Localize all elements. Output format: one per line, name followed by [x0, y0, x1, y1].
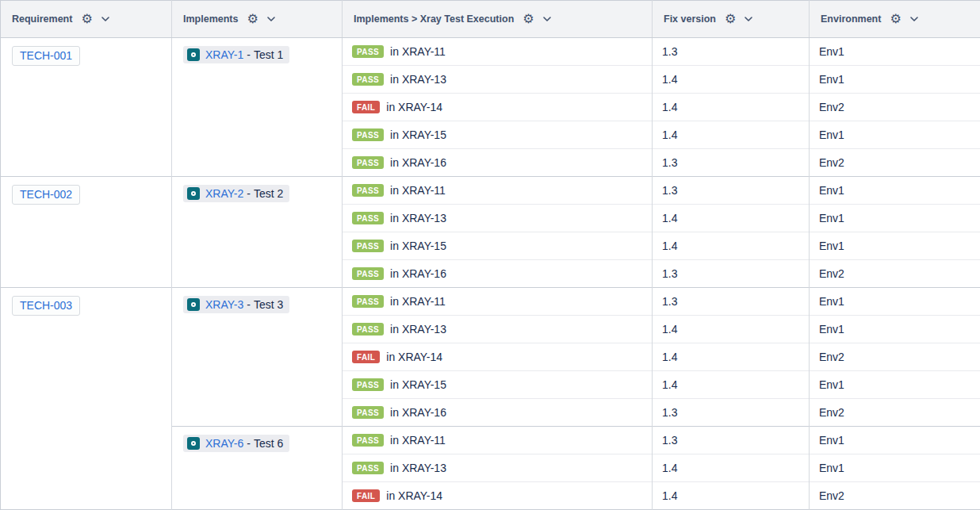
gear-icon[interactable]: ⚙ [81, 13, 92, 25]
test-key-link[interactable]: XRAY-2 [205, 187, 243, 200]
environment-cell: Env1 [810, 66, 980, 94]
traceability-table: Requirement ⚙ Implements ⚙ Implements > … [0, 0, 980, 510]
execution-run-link[interactable]: in XRAY-11 [390, 434, 446, 447]
chevron-down-icon[interactable] [267, 17, 275, 21]
status-badge: PASS [352, 434, 384, 447]
fix-version-cell: 1.4 [653, 121, 810, 149]
execution-run-link[interactable]: in XRAY-15 [390, 128, 446, 141]
execution-run-link[interactable]: in XRAY-14 [386, 351, 442, 363]
test-link[interactable]: XRAY-2-Test 2 [183, 185, 289, 202]
test-cell: XRAY-6-Test 6 [172, 427, 343, 510]
gear-icon[interactable]: ⚙ [725, 13, 736, 25]
chevron-down-icon[interactable] [910, 17, 918, 21]
fix-version-cell: 1.3 [653, 399, 810, 427]
test-cell: XRAY-1-Test 1 [172, 38, 343, 177]
fix-version-cell: 1.3 [653, 288, 810, 316]
execution-run-link[interactable]: in XRAY-16 [390, 156, 446, 169]
test-dash: - [247, 298, 251, 311]
status-badge: FAIL [352, 101, 380, 113]
xray-test-icon [187, 187, 200, 200]
environment-cell: Env1 [810, 316, 980, 343]
gear-icon[interactable]: ⚙ [890, 13, 901, 25]
execution-run-link[interactable]: in XRAY-11 [390, 45, 446, 58]
column-header-fix-version[interactable]: Fix version ⚙ [653, 1, 810, 38]
execution-run-link[interactable]: in XRAY-16 [390, 267, 446, 280]
execution-row: TECH-002XRAY-2-Test 2PASSin XRAY-111.3En… [1, 177, 980, 205]
execution-run-link[interactable]: in XRAY-14 [386, 489, 442, 502]
execution-status-cell: FAILin XRAY-14 [343, 482, 653, 510]
fix-version-cell: 1.4 [653, 343, 810, 371]
xray-test-icon [187, 48, 200, 61]
status-badge: PASS [352, 128, 384, 141]
status-badge: FAIL [352, 489, 380, 502]
test-name: Test 3 [254, 298, 283, 311]
status-badge: PASS [352, 212, 384, 224]
table-body: TECH-001XRAY-1-Test 1PASSin XRAY-111.3En… [1, 38, 980, 510]
column-header-requirement[interactable]: Requirement ⚙ [1, 1, 172, 38]
environment-cell: Env2 [810, 343, 980, 371]
status-badge: PASS [352, 378, 384, 391]
requirement-cell: TECH-001 [1, 38, 172, 177]
test-link[interactable]: XRAY-6-Test 6 [183, 435, 289, 452]
execution-run-link[interactable]: in XRAY-11 [390, 295, 446, 308]
execution-run-link[interactable]: in XRAY-11 [390, 184, 446, 197]
fix-version-cell: 1.3 [653, 38, 810, 66]
xray-test-icon [187, 298, 200, 311]
execution-status-cell: PASSin XRAY-11 [343, 427, 653, 454]
gear-icon[interactable]: ⚙ [247, 13, 258, 25]
test-icon-ring [191, 302, 196, 307]
chevron-down-icon[interactable] [543, 17, 551, 21]
execution-run-link[interactable]: in XRAY-15 [390, 240, 446, 252]
fix-version-cell: 1.4 [653, 482, 810, 510]
requirement-cell: TECH-003 [1, 288, 172, 510]
xray-test-icon [187, 437, 200, 450]
environment-cell: Env2 [810, 482, 980, 510]
test-key-link[interactable]: XRAY-3 [205, 298, 243, 311]
execution-run-link[interactable]: in XRAY-13 [390, 462, 446, 474]
column-header-environment[interactable]: Environment ⚙ [810, 1, 980, 38]
execution-status-cell: PASSin XRAY-11 [343, 288, 653, 316]
test-name: Test 1 [254, 48, 283, 61]
test-name: Test 6 [254, 437, 283, 450]
column-header-test-execution[interactable]: Implements > Xray Test Execution ⚙ [343, 1, 653, 38]
fix-version-cell: 1.3 [653, 427, 810, 454]
execution-status-cell: PASSin XRAY-15 [343, 371, 653, 399]
requirement-link[interactable]: TECH-001 [12, 46, 80, 66]
test-dash: - [247, 48, 251, 61]
requirement-link[interactable]: TECH-002 [12, 185, 80, 205]
execution-run-link[interactable]: in XRAY-14 [386, 101, 442, 113]
test-key-link[interactable]: XRAY-6 [205, 437, 243, 450]
execution-status-cell: PASSin XRAY-15 [343, 232, 653, 260]
column-label: Requirement [12, 13, 72, 25]
column-header-implements[interactable]: Implements ⚙ [172, 1, 343, 38]
status-badge: PASS [352, 295, 384, 308]
chevron-down-icon[interactable] [745, 17, 752, 21]
test-cell: XRAY-2-Test 2 [172, 177, 343, 288]
execution-run-link[interactable]: in XRAY-13 [390, 323, 446, 336]
gear-icon[interactable]: ⚙ [523, 13, 534, 25]
execution-run-link[interactable]: in XRAY-16 [390, 406, 446, 419]
execution-run-link[interactable]: in XRAY-13 [390, 212, 446, 224]
column-label: Implements [183, 13, 238, 25]
test-icon-ring [191, 441, 196, 446]
status-badge: FAIL [352, 351, 380, 363]
execution-status-cell: PASSin XRAY-16 [343, 399, 653, 427]
test-key-link[interactable]: XRAY-1 [205, 48, 243, 61]
execution-status-cell: PASSin XRAY-15 [343, 121, 653, 149]
execution-run-link[interactable]: in XRAY-15 [390, 378, 446, 391]
test-link[interactable]: XRAY-1-Test 1 [183, 46, 289, 63]
fix-version-cell: 1.3 [653, 177, 810, 205]
execution-status-cell: PASSin XRAY-13 [343, 316, 653, 343]
execution-status-cell: PASSin XRAY-16 [343, 149, 653, 177]
test-name: Test 2 [254, 187, 283, 200]
chevron-down-icon[interactable] [101, 17, 109, 21]
header-row: Requirement ⚙ Implements ⚙ Implements > … [1, 1, 980, 38]
fix-version-cell: 1.4 [653, 232, 810, 260]
requirement-link[interactable]: TECH-003 [12, 296, 80, 316]
test-dash: - [247, 187, 251, 200]
status-badge: PASS [352, 323, 384, 336]
test-link[interactable]: XRAY-3-Test 3 [183, 296, 289, 313]
column-label: Environment [821, 13, 881, 25]
environment-cell: Env1 [810, 232, 980, 260]
execution-run-link[interactable]: in XRAY-13 [390, 73, 446, 86]
